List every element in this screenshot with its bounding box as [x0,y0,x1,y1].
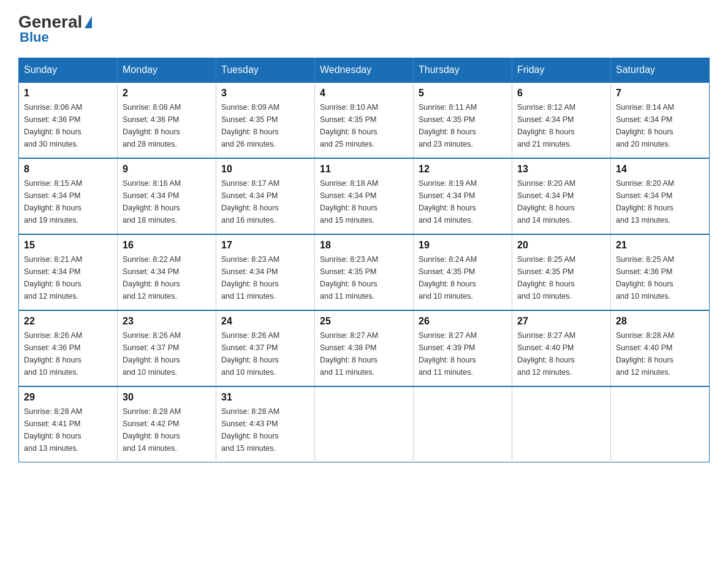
logo-blue-text [82,16,93,28]
day-info: Sunrise: 8:24 AMSunset: 4:35 PMDaylight:… [419,253,507,302]
day-info: Sunrise: 8:11 AMSunset: 4:35 PMDaylight:… [419,101,507,150]
calendar-cell: 17Sunrise: 8:23 AMSunset: 4:34 PMDayligh… [216,234,315,310]
day-info: Sunrise: 8:28 AMSunset: 4:43 PMDaylight:… [221,405,309,454]
day-info: Sunrise: 8:22 AMSunset: 4:34 PMDaylight:… [123,253,211,302]
calendar-cell: 16Sunrise: 8:22 AMSunset: 4:34 PMDayligh… [118,234,216,310]
calendar-cell: 27Sunrise: 8:27 AMSunset: 4:40 PMDayligh… [512,310,611,386]
day-number: 17 [221,240,309,251]
day-info: Sunrise: 8:25 AMSunset: 4:36 PMDaylight:… [616,253,704,302]
day-number: 15 [24,240,112,251]
day-number: 14 [616,164,704,175]
day-info: Sunrise: 8:19 AMSunset: 4:34 PMDaylight:… [419,177,507,226]
day-number: 5 [419,88,507,99]
calendar-table: SundayMondayTuesdayWednesdayThursdayFrid… [18,58,710,462]
day-info: Sunrise: 8:09 AMSunset: 4:35 PMDaylight:… [221,101,309,150]
calendar-cell: 3Sunrise: 8:09 AMSunset: 4:35 PMDaylight… [216,82,315,158]
day-info: Sunrise: 8:20 AMSunset: 4:34 PMDaylight:… [616,177,704,226]
day-number: 27 [517,316,605,327]
calendar-cell: 30Sunrise: 8:28 AMSunset: 4:42 PMDayligh… [118,386,216,462]
day-of-week-header: Friday [512,58,611,83]
day-of-week-header: Sunday [19,58,118,83]
day-of-week-header: Wednesday [315,58,414,83]
calendar-cell: 24Sunrise: 8:26 AMSunset: 4:37 PMDayligh… [216,310,315,386]
calendar-cell: 26Sunrise: 8:27 AMSunset: 4:39 PMDayligh… [414,310,512,386]
day-number: 3 [221,88,309,99]
calendar-cell: 13Sunrise: 8:20 AMSunset: 4:34 PMDayligh… [512,158,611,234]
day-number: 28 [616,316,704,327]
calendar-cell [414,386,512,462]
day-number: 22 [24,316,112,327]
calendar-week-row: 15Sunrise: 8:21 AMSunset: 4:34 PMDayligh… [19,234,710,310]
day-number: 16 [123,240,211,251]
day-number: 6 [517,88,605,99]
day-of-week-header: Monday [118,58,216,83]
day-info: Sunrise: 8:17 AMSunset: 4:34 PMDaylight:… [221,177,309,226]
calendar-cell: 10Sunrise: 8:17 AMSunset: 4:34 PMDayligh… [216,158,315,234]
day-info: Sunrise: 8:26 AMSunset: 4:37 PMDaylight:… [123,329,211,378]
logo: General Blue [18,12,93,45]
calendar-cell: 4Sunrise: 8:10 AMSunset: 4:35 PMDaylight… [315,82,414,158]
calendar-cell: 14Sunrise: 8:20 AMSunset: 4:34 PMDayligh… [611,158,710,234]
day-number: 12 [419,164,507,175]
calendar-cell [315,386,414,462]
day-number: 1 [24,88,112,99]
day-of-week-header: Tuesday [216,58,315,83]
day-number: 7 [616,88,704,99]
day-info: Sunrise: 8:27 AMSunset: 4:40 PMDaylight:… [517,329,605,378]
calendar-cell [512,386,611,462]
calendar-cell: 25Sunrise: 8:27 AMSunset: 4:38 PMDayligh… [315,310,414,386]
day-info: Sunrise: 8:06 AMSunset: 4:36 PMDaylight:… [24,101,112,150]
calendar-week-row: 29Sunrise: 8:28 AMSunset: 4:41 PMDayligh… [19,386,710,462]
day-info: Sunrise: 8:08 AMSunset: 4:36 PMDaylight:… [123,101,211,150]
calendar-week-row: 1Sunrise: 8:06 AMSunset: 4:36 PMDaylight… [19,82,710,158]
day-number: 8 [24,164,112,175]
day-number: 24 [221,316,309,327]
day-info: Sunrise: 8:26 AMSunset: 4:36 PMDaylight:… [24,329,112,378]
calendar-cell: 12Sunrise: 8:19 AMSunset: 4:34 PMDayligh… [414,158,512,234]
day-info: Sunrise: 8:21 AMSunset: 4:34 PMDaylight:… [24,253,112,302]
logo-sub-text: Blue [18,29,49,45]
calendar-header-row: SundayMondayTuesdayWednesdayThursdayFrid… [19,58,710,83]
calendar-cell: 1Sunrise: 8:06 AMSunset: 4:36 PMDaylight… [19,82,118,158]
day-info: Sunrise: 8:12 AMSunset: 4:34 PMDaylight:… [517,101,605,150]
calendar-cell: 31Sunrise: 8:28 AMSunset: 4:43 PMDayligh… [216,386,315,462]
calendar-cell: 11Sunrise: 8:18 AMSunset: 4:34 PMDayligh… [315,158,414,234]
day-info: Sunrise: 8:23 AMSunset: 4:35 PMDaylight:… [320,253,408,302]
day-info: Sunrise: 8:15 AMSunset: 4:34 PMDaylight:… [24,177,112,226]
calendar-week-row: 22Sunrise: 8:26 AMSunset: 4:36 PMDayligh… [19,310,710,386]
calendar-cell: 7Sunrise: 8:14 AMSunset: 4:34 PMDaylight… [611,82,710,158]
day-info: Sunrise: 8:28 AMSunset: 4:40 PMDaylight:… [616,329,704,378]
page-header: General Blue [18,12,710,45]
day-number: 11 [320,164,408,175]
day-number: 23 [123,316,211,327]
calendar-cell: 5Sunrise: 8:11 AMSunset: 4:35 PMDaylight… [414,82,512,158]
day-number: 20 [517,240,605,251]
day-info: Sunrise: 8:23 AMSunset: 4:34 PMDaylight:… [221,253,309,302]
day-of-week-header: Saturday [611,58,710,83]
calendar-cell: 8Sunrise: 8:15 AMSunset: 4:34 PMDaylight… [19,158,118,234]
day-info: Sunrise: 8:26 AMSunset: 4:37 PMDaylight:… [221,329,309,378]
calendar-cell: 2Sunrise: 8:08 AMSunset: 4:36 PMDaylight… [118,82,216,158]
calendar-cell: 20Sunrise: 8:25 AMSunset: 4:35 PMDayligh… [512,234,611,310]
calendar-cell: 6Sunrise: 8:12 AMSunset: 4:34 PMDaylight… [512,82,611,158]
calendar-cell: 18Sunrise: 8:23 AMSunset: 4:35 PMDayligh… [315,234,414,310]
calendar-week-row: 8Sunrise: 8:15 AMSunset: 4:34 PMDaylight… [19,158,710,234]
logo-triangle-icon [85,16,92,28]
day-info: Sunrise: 8:20 AMSunset: 4:34 PMDaylight:… [517,177,605,226]
calendar-cell: 28Sunrise: 8:28 AMSunset: 4:40 PMDayligh… [611,310,710,386]
day-number: 25 [320,316,408,327]
day-number: 4 [320,88,408,99]
day-number: 30 [123,392,211,403]
day-info: Sunrise: 8:27 AMSunset: 4:38 PMDaylight:… [320,329,408,378]
calendar-cell: 21Sunrise: 8:25 AMSunset: 4:36 PMDayligh… [611,234,710,310]
calendar-cell: 19Sunrise: 8:24 AMSunset: 4:35 PMDayligh… [414,234,512,310]
calendar-cell: 15Sunrise: 8:21 AMSunset: 4:34 PMDayligh… [19,234,118,310]
day-number: 9 [123,164,211,175]
day-info: Sunrise: 8:10 AMSunset: 4:35 PMDaylight:… [320,101,408,150]
day-info: Sunrise: 8:18 AMSunset: 4:34 PMDaylight:… [320,177,408,226]
day-info: Sunrise: 8:28 AMSunset: 4:42 PMDaylight:… [123,405,211,454]
calendar-cell: 23Sunrise: 8:26 AMSunset: 4:37 PMDayligh… [118,310,216,386]
day-info: Sunrise: 8:16 AMSunset: 4:34 PMDaylight:… [123,177,211,226]
day-info: Sunrise: 8:25 AMSunset: 4:35 PMDaylight:… [517,253,605,302]
calendar-cell: 29Sunrise: 8:28 AMSunset: 4:41 PMDayligh… [19,386,118,462]
